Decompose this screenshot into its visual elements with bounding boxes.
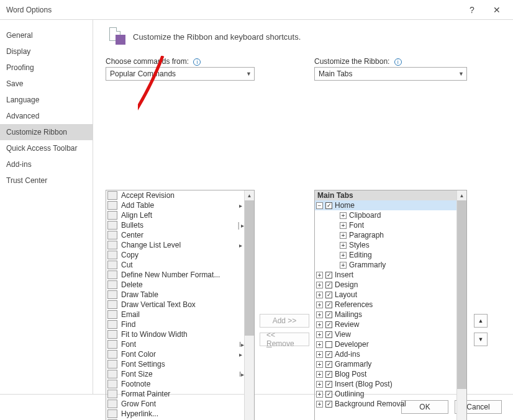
- sidebar-item-advanced[interactable]: Advanced: [0, 108, 93, 124]
- command-item[interactable]: Font Settings: [106, 359, 244, 369]
- expand-icon[interactable]: +: [340, 252, 347, 259]
- tree-item[interactable]: +✓Insert (Blog Post): [315, 379, 456, 389]
- info-icon[interactable]: i: [394, 58, 402, 66]
- tree-item[interactable]: +✓References: [315, 300, 456, 310]
- sidebar-item-save[interactable]: Save: [0, 76, 93, 92]
- command-item[interactable]: Change List Level▸: [106, 240, 244, 250]
- command-item[interactable]: Email: [106, 310, 244, 319]
- tree-subitem[interactable]: +Paragraph: [315, 230, 456, 240]
- expand-icon[interactable]: +: [316, 282, 323, 288]
- command-item[interactable]: Draw Table: [106, 290, 244, 300]
- info-icon[interactable]: i: [193, 58, 201, 66]
- command-item[interactable]: Fit to Window Width: [106, 329, 244, 339]
- tree-subitem[interactable]: +Clipboard: [315, 210, 456, 220]
- ribbon-tree[interactable]: Main Tabs−✓Home+Clipboard+Font+Paragraph…: [314, 190, 467, 420]
- expand-icon[interactable]: +: [340, 232, 347, 239]
- tree-item[interactable]: +Developer: [315, 339, 456, 349]
- command-item[interactable]: Bullets│▸: [106, 220, 244, 230]
- command-item[interactable]: Copy: [106, 250, 244, 260]
- remove-button[interactable]: << Remove: [260, 333, 309, 346]
- checkbox[interactable]: ✓: [325, 361, 332, 368]
- expand-icon[interactable]: +: [340, 242, 347, 249]
- tree-item[interactable]: +✓Layout: [315, 290, 456, 300]
- checkbox[interactable]: ✓: [325, 331, 332, 338]
- expand-icon[interactable]: +: [316, 351, 323, 358]
- checkbox[interactable]: ✓: [325, 311, 332, 318]
- tree-subitem[interactable]: +Font: [315, 220, 456, 230]
- sidebar-item-proofing[interactable]: Proofing: [0, 60, 93, 76]
- tree-subitem[interactable]: +Editing: [315, 250, 456, 260]
- commands-listbox[interactable]: Accept RevisionAdd Table▸Align LeftBulle…: [106, 190, 255, 420]
- expand-icon[interactable]: +: [316, 272, 323, 279]
- checkbox[interactable]: ✓: [325, 381, 332, 388]
- tree-item[interactable]: +✓Review: [315, 319, 456, 329]
- command-item[interactable]: Define New Number Format...: [106, 270, 244, 280]
- sidebar-item-customize-ribbon[interactable]: Customize Ribbon: [0, 124, 93, 140]
- tree-subitem[interactable]: +Styles: [315, 240, 456, 250]
- checkbox[interactable]: ✓: [325, 272, 332, 279]
- command-item[interactable]: Font SizeI▸: [106, 369, 244, 379]
- tree-item[interactable]: +✓Grammarly: [315, 359, 456, 369]
- command-item[interactable]: Align Left: [106, 210, 244, 220]
- command-item[interactable]: Add Table▸: [106, 200, 244, 210]
- command-item[interactable]: Accept Revision: [106, 190, 244, 200]
- close-button[interactable]: ✕: [484, 1, 509, 19]
- checkbox[interactable]: ✓: [325, 282, 332, 288]
- tree-item[interactable]: +✓Outlining: [315, 389, 456, 399]
- scroll-up-icon[interactable]: ▲: [245, 190, 254, 200]
- tree-item[interactable]: +✓Insert: [315, 270, 456, 280]
- customize-ribbon-dropdown[interactable]: Main Tabs ▼: [314, 67, 467, 81]
- tree-item-home[interactable]: −✓Home: [315, 200, 456, 210]
- expand-icon[interactable]: +: [316, 341, 323, 348]
- sidebar-item-language[interactable]: Language: [0, 92, 93, 108]
- tree-item[interactable]: +✓Add-ins: [315, 349, 456, 359]
- expand-icon[interactable]: +: [340, 222, 347, 229]
- tree-subitem[interactable]: +Grammarly: [315, 260, 456, 270]
- sidebar-item-qat[interactable]: Quick Access Toolbar: [0, 140, 93, 156]
- tree-item[interactable]: +✓View: [315, 329, 456, 339]
- checkbox[interactable]: ✓: [325, 202, 332, 209]
- choose-commands-dropdown[interactable]: Popular Commands ▼: [106, 67, 255, 81]
- expand-icon[interactable]: +: [316, 371, 323, 378]
- command-item[interactable]: Draw Vertical Text Box: [106, 300, 244, 310]
- collapse-icon[interactable]: −: [316, 202, 323, 209]
- checkbox[interactable]: ✓: [325, 292, 332, 298]
- checkbox[interactable]: ✓: [325, 391, 332, 398]
- command-item[interactable]: FontI▸: [106, 339, 244, 349]
- command-item[interactable]: Grow Font: [106, 399, 244, 409]
- expand-icon[interactable]: +: [316, 401, 323, 408]
- command-item[interactable]: Hyperlink...: [106, 409, 244, 419]
- tree-item[interactable]: +✓Design: [315, 280, 456, 290]
- expand-icon[interactable]: +: [316, 361, 323, 368]
- expand-icon[interactable]: +: [340, 262, 347, 269]
- expand-icon[interactable]: +: [316, 391, 323, 398]
- expand-icon[interactable]: +: [316, 321, 323, 328]
- commands-scrollbar[interactable]: ▲ ▼: [244, 190, 254, 420]
- tree-item[interactable]: +✓Mailings: [315, 310, 456, 319]
- command-item[interactable]: Format Painter: [106, 389, 244, 399]
- command-item[interactable]: Find: [106, 319, 244, 329]
- checkbox[interactable]: ✓: [325, 401, 332, 408]
- checkbox[interactable]: [325, 341, 332, 348]
- sidebar-item-general[interactable]: General: [0, 27, 93, 43]
- checkbox[interactable]: ✓: [325, 371, 332, 378]
- expand-icon[interactable]: +: [316, 381, 323, 388]
- command-item[interactable]: Font Color▸: [106, 349, 244, 359]
- tree-item[interactable]: +✓Background Removal: [315, 399, 456, 409]
- command-item[interactable]: Delete: [106, 280, 244, 290]
- command-item[interactable]: Footnote: [106, 379, 244, 389]
- expand-icon[interactable]: +: [316, 331, 323, 338]
- checkbox[interactable]: ✓: [325, 321, 332, 328]
- checkbox[interactable]: ✓: [325, 351, 332, 358]
- checkbox[interactable]: ✓: [325, 302, 332, 308]
- expand-icon[interactable]: +: [316, 302, 323, 308]
- sidebar-item-addins[interactable]: Add-ins: [0, 156, 93, 172]
- expand-icon[interactable]: +: [340, 212, 347, 219]
- tree-item[interactable]: +✓Blog Post: [315, 369, 456, 379]
- tree-scrollbar[interactable]: ▲ ▼: [456, 190, 466, 420]
- add-button[interactable]: Add >>: [260, 314, 309, 328]
- command-item[interactable]: Center: [106, 230, 244, 240]
- expand-icon[interactable]: +: [316, 311, 323, 318]
- scroll-up-icon[interactable]: ▲: [457, 190, 466, 200]
- move-up-button[interactable]: ▲: [474, 314, 488, 328]
